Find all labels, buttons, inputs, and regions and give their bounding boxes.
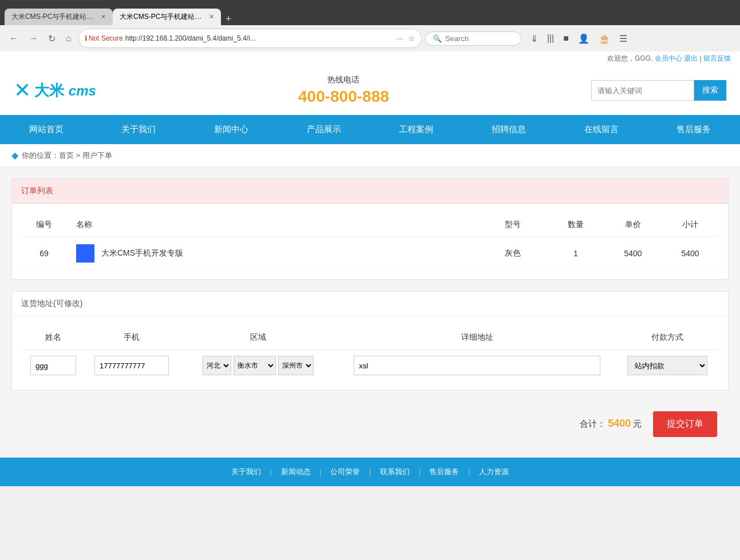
bookmark-button[interactable]: ☆ (408, 34, 415, 43)
address-table: 姓名 手机 区域 详细地址 付款方式 (21, 325, 719, 381)
main-nav: 网站首页 关于我们 新闻中心 产品展示 工程案例 招聘信息 在线留言 售后服务 (0, 115, 740, 144)
welcome-text: 欢迎您，GGG, (607, 54, 652, 62)
logout-link[interactable]: 退出 (684, 54, 698, 62)
col-header-name: 名称 (67, 213, 478, 237)
nav-item-about[interactable]: 关于我们 (110, 115, 167, 144)
payment-select[interactable]: 站内扣款 银行转账 支付宝 微信 (627, 356, 707, 375)
total-unit: 元 (633, 419, 642, 428)
city-select[interactable]: 衡水市 石家庄市 (234, 356, 276, 375)
breadcrumb-icon: ◆ (11, 150, 18, 161)
province-select[interactable]: 河北 北京 上海 (203, 356, 231, 375)
footer-link-news[interactable]: 新闻动态 (281, 467, 311, 476)
nav-item-projects[interactable]: 工程案例 (387, 115, 445, 144)
order-id: 69 (21, 237, 67, 270)
forward-button[interactable]: → (25, 31, 41, 46)
tab-2[interactable]: 大米CMS-PC与手机建站集成，官... ✕ (113, 9, 221, 25)
extensions-icon[interactable]: ■ (561, 31, 571, 46)
tab-1-title: 大米CMS-PC与手机建站集成，官... (11, 12, 97, 22)
col-header-subtotal: 小计 (662, 213, 719, 237)
browser-chrome: 大米CMS-PC与手机建站集成，官... ✕ 大米CMS-PC与手机建站集成，官… (0, 0, 740, 51)
address-header: 送货地址(可修改) (12, 292, 728, 316)
addr-col-payment: 付款方式 (616, 325, 719, 350)
home-button[interactable]: ⌂ (62, 31, 75, 46)
menu-icon[interactable]: ☰ (617, 31, 630, 46)
nav-item-aftersales[interactable]: 售后服务 (665, 115, 722, 144)
order-unit-price: 5400 (604, 237, 662, 270)
logo-text: 大米 cms (34, 81, 96, 101)
nav-item-recruitment[interactable]: 招聘信息 (480, 115, 537, 144)
main-content: 订单列表 编号 名称 型号 数量 单价 小计 (0, 167, 740, 458)
hotline-number: 400-800-888 (298, 88, 389, 106)
addr-col-name: 姓名 (21, 325, 85, 350)
nav-item-products[interactable]: 产品展示 (295, 115, 353, 144)
col-header-price: 单价 (604, 213, 662, 237)
site-header: ✕ 大米 cms 热线电话 400-800-888 搜索 (0, 66, 740, 115)
bookmarks-icon[interactable]: ||| (545, 31, 556, 46)
header-search-button[interactable]: 搜索 (694, 80, 726, 101)
search-icon: 🔍 (433, 34, 442, 43)
footer-link-contact[interactable]: 联系我们 (380, 467, 410, 476)
order-list-section: 订单列表 编号 名称 型号 数量 单价 小计 (11, 178, 729, 280)
nav-item-guestbook[interactable]: 在线留言 (573, 115, 630, 144)
url-text: http://192.168.1.200/dami_5.4/dami_5.4/i… (125, 34, 392, 42)
page-wrapper: 欢迎您，GGG, 会员中心 退出 | 留言反馈 ✕ 大米 cms 热线电话 40… (0, 51, 740, 486)
total-label: 合计： (580, 419, 606, 428)
tab-1[interactable]: 大米CMS-PC与手机建站集成，官... ✕ (5, 9, 113, 25)
browser-search-box[interactable]: 🔍 (425, 31, 521, 46)
logo-area: ✕ 大米 cms (14, 78, 96, 102)
tab-bar: 大米CMS-PC与手机建站集成，官... ✕ 大米CMS-PC与手机建站集成，官… (0, 0, 740, 25)
footer-link-honor[interactable]: 公司荣誉 (330, 467, 360, 476)
phone-input[interactable] (94, 356, 169, 375)
total-amount: 5400 (608, 418, 631, 429)
order-quantity: 1 (547, 237, 604, 270)
name-input[interactable] (30, 356, 76, 375)
nav-item-home[interactable]: 网站首页 (18, 115, 75, 144)
browser-toolbar: ⇓ ||| ■ 👤 🎂 ☰ (528, 31, 630, 46)
top-user-bar: 欢迎您，GGG, 会员中心 退出 | 留言反馈 (0, 51, 740, 66)
tab-1-close[interactable]: ✕ (101, 13, 106, 21)
breadcrumb-bar: ◆ 你的位置：首页 > 用户下单 (0, 144, 740, 167)
header-search-input[interactable] (591, 80, 694, 101)
browser-search-input[interactable] (445, 34, 514, 43)
logo-dami: 大米 (34, 82, 64, 99)
tab-2-title: 大米CMS-PC与手机建站集成，官... (120, 12, 205, 22)
member-center-link[interactable]: 会员中心 (655, 54, 682, 62)
address-section: 送货地址(可修改) 姓名 手机 区域 详细地址 付款方式 (11, 291, 729, 391)
logo-cms: cms (69, 83, 96, 98)
footer-link-aftersales[interactable]: 售后服务 (429, 467, 459, 476)
feedback-link[interactable]: 留言反馈 (703, 54, 731, 62)
col-header-qty: 数量 (547, 213, 604, 237)
submit-order-button[interactable]: 提交订单 (653, 411, 717, 437)
breadcrumb: 你的位置：首页 > 用户下单 (22, 150, 112, 161)
back-button[interactable]: ← (6, 31, 22, 46)
col-header-model: 型号 (478, 213, 547, 237)
district-select[interactable]: 深州市 桃城区 (278, 356, 314, 375)
logo-icon: ✕ (14, 78, 31, 102)
avatar-icon[interactable]: 🎂 (596, 31, 612, 46)
addr-col-detail: 详细地址 (338, 325, 616, 350)
hotline-label: 热线电话 (298, 75, 389, 85)
order-table: 编号 名称 型号 数量 单价 小计 69 (21, 213, 719, 270)
addr-col-region: 区域 (178, 325, 338, 350)
col-header-id: 编号 (21, 213, 67, 237)
url-bar[interactable]: ℹ Not Secure http://192.168.1.200/dami_5… (78, 29, 422, 48)
footer-link-hr[interactable]: 人力资源 (479, 467, 509, 476)
profile-icon[interactable]: 👤 (576, 31, 592, 46)
reload-button[interactable]: ↻ (45, 31, 59, 46)
order-product-name: 大米CMS手机开发专版 (101, 248, 183, 257)
table-row: 69 大米CMS手机开发专版 灰色 1 5400 5400 (21, 237, 719, 270)
order-footer: 合计： 5400 元 提交订单 (11, 402, 729, 446)
tab-2-close[interactable]: ✕ (209, 13, 214, 21)
header-search-area: 搜索 (591, 80, 726, 101)
address-bar: ← → ↻ ⌂ ℹ Not Secure http://192.168.1.20… (0, 25, 740, 51)
addr-col-phone: 手机 (85, 325, 178, 350)
new-tab-button[interactable]: + (221, 13, 236, 25)
footer-link-about[interactable]: 关于我们 (231, 467, 261, 476)
nav-item-news[interactable]: 新闻中心 (203, 115, 260, 144)
not-secure-label: Not Secure (89, 34, 123, 42)
order-model: 灰色 (478, 237, 547, 270)
url-options-button[interactable]: ··· (394, 31, 406, 45)
not-secure-indicator: ℹ Not Secure (85, 34, 123, 42)
download-icon[interactable]: ⇓ (528, 31, 540, 46)
address-input[interactable] (354, 356, 600, 375)
